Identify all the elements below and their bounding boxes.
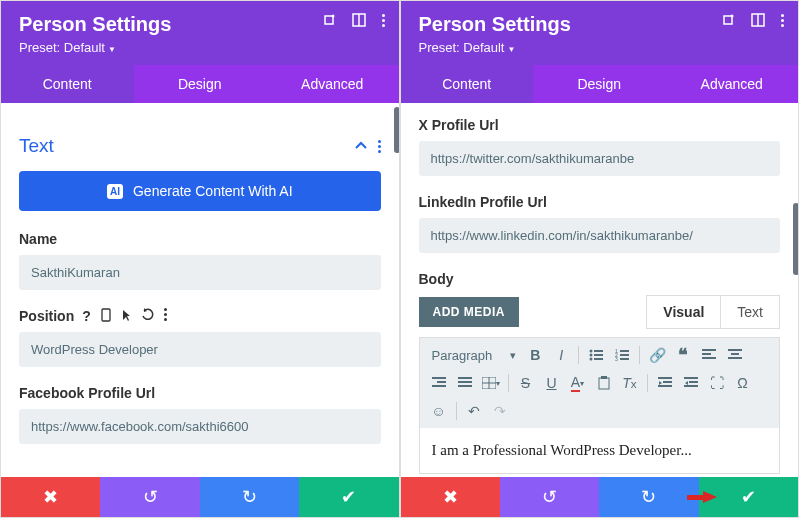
outdent-icon[interactable] — [654, 372, 676, 394]
generate-ai-button[interactable]: AI Generate Content With AI — [19, 171, 381, 211]
tablet-icon[interactable] — [101, 308, 111, 324]
redo-button[interactable]: ↻ — [200, 477, 299, 517]
svg-text:3: 3 — [615, 356, 618, 361]
footer-actions: ✖ ↺ ↻ ✔ — [401, 477, 799, 517]
layout-icon[interactable] — [751, 13, 765, 27]
textcolor-icon[interactable]: A▾ — [567, 372, 589, 394]
svg-rect-21 — [702, 349, 716, 351]
cursor-icon[interactable] — [121, 308, 131, 324]
svg-rect-0 — [325, 16, 333, 24]
add-media-button[interactable]: ADD MEDIA — [419, 297, 520, 327]
cancel-button[interactable]: ✖ — [401, 477, 500, 517]
x-input[interactable] — [419, 141, 781, 176]
svg-rect-36 — [599, 378, 609, 389]
svg-rect-23 — [702, 357, 716, 359]
redo-icon[interactable]: ↷ — [489, 400, 511, 422]
header-actions — [721, 13, 784, 27]
svg-rect-24 — [728, 349, 742, 351]
content-area: Text AI Generate Content With AI Name Po… — [1, 103, 399, 477]
linkedin-input[interactable] — [419, 218, 781, 253]
tab-advanced[interactable]: Advanced — [666, 65, 799, 103]
svg-rect-32 — [458, 385, 472, 387]
tab-content[interactable]: Content — [1, 65, 134, 103]
position-label: Position ? — [19, 308, 381, 324]
tabs: Content Design Advanced — [401, 65, 799, 103]
expand-icon[interactable] — [721, 13, 735, 27]
svg-rect-16 — [620, 350, 629, 352]
strike-icon[interactable]: S — [515, 372, 537, 394]
svg-rect-5 — [724, 16, 732, 24]
tabs: Content Design Advanced — [1, 65, 399, 103]
quote-icon[interactable]: ❝ — [672, 344, 694, 366]
name-label: Name — [19, 231, 381, 247]
svg-rect-18 — [620, 354, 629, 356]
ul-icon[interactable] — [585, 344, 607, 366]
align-left-icon[interactable] — [698, 344, 720, 366]
facebook-label: Facebook Profile Url — [19, 385, 381, 401]
align-right-icon[interactable] — [428, 372, 450, 394]
undo-icon[interactable]: ↶ — [463, 400, 485, 422]
emoji-icon[interactable]: ☺ — [428, 400, 450, 422]
editor-content[interactable]: I am a Professional WordPress Developer.… — [420, 428, 780, 473]
confirm-button[interactable]: ✔ — [299, 477, 398, 517]
italic-icon[interactable]: I — [550, 344, 572, 366]
scrollbar[interactable] — [394, 107, 399, 153]
facebook-input[interactable] — [19, 409, 381, 444]
svg-rect-39 — [663, 381, 672, 383]
visual-tab[interactable]: Visual — [647, 296, 721, 328]
svg-rect-41 — [684, 377, 698, 379]
underline-icon[interactable]: U — [541, 372, 563, 394]
table-icon[interactable]: ▾ — [480, 372, 502, 394]
reset-icon[interactable] — [141, 308, 154, 324]
position-input[interactable] — [19, 332, 381, 367]
tab-content[interactable]: Content — [401, 65, 534, 103]
cancel-button[interactable]: ✖ — [1, 477, 100, 517]
svg-rect-38 — [658, 377, 672, 379]
preset-selector[interactable]: Preset: Default — [419, 40, 781, 55]
panel-header: Person Settings Preset: Default — [401, 1, 799, 65]
paragraph-select[interactable]: Paragraph — [428, 346, 521, 365]
name-input[interactable] — [19, 255, 381, 290]
help-icon[interactable]: ? — [82, 308, 91, 324]
layout-icon[interactable] — [352, 13, 366, 27]
confirm-button[interactable]: ✔ — [699, 477, 798, 517]
tab-design[interactable]: Design — [533, 65, 666, 103]
svg-rect-14 — [594, 358, 603, 360]
preset-selector[interactable]: Preset: Default — [19, 40, 381, 55]
expand-icon[interactable] — [322, 13, 336, 27]
field-more-icon[interactable] — [164, 308, 167, 324]
link-icon[interactable]: 🔗 — [646, 344, 668, 366]
align-center-icon[interactable] — [724, 344, 746, 366]
paste-icon[interactable] — [593, 372, 615, 394]
svg-rect-29 — [432, 385, 446, 387]
scrollbar[interactable] — [793, 203, 798, 275]
ol-icon[interactable]: 123 — [611, 344, 633, 366]
text-tab[interactable]: Text — [721, 296, 779, 328]
clearformat-icon[interactable]: Tx — [619, 372, 641, 394]
panel-header: Person Settings Preset: Default — [1, 1, 399, 65]
tab-advanced[interactable]: Advanced — [266, 65, 399, 103]
bold-icon[interactable]: B — [524, 344, 546, 366]
collapse-icon[interactable] — [354, 141, 368, 151]
tab-design[interactable]: Design — [134, 65, 267, 103]
undo-button[interactable]: ↺ — [100, 477, 199, 517]
linkedin-label: LinkedIn Profile Url — [419, 194, 781, 210]
svg-rect-31 — [458, 381, 472, 383]
editor-toolbar: Paragraph B I 123 🔗 ❝ ▾ S U A▾ Tx — [420, 338, 780, 428]
undo-button[interactable]: ↺ — [500, 477, 599, 517]
svg-rect-26 — [728, 357, 742, 359]
more-icon[interactable] — [382, 14, 385, 27]
settings-panel-right: Person Settings Preset: Default Content … — [400, 0, 800, 518]
editor-mode-tabs: Visual Text — [646, 295, 780, 329]
more-icon[interactable] — [781, 14, 784, 27]
redo-button[interactable]: ↻ — [599, 477, 698, 517]
svg-rect-12 — [594, 354, 603, 356]
align-justify-icon[interactable] — [454, 372, 476, 394]
svg-rect-40 — [658, 385, 672, 387]
svg-point-9 — [590, 350, 593, 353]
specialchar-icon[interactable]: Ω — [732, 372, 754, 394]
svg-rect-42 — [689, 381, 698, 383]
fullscreen-icon[interactable]: ⛶ — [706, 372, 728, 394]
indent-icon[interactable] — [680, 372, 702, 394]
section-more-icon[interactable] — [378, 140, 381, 153]
